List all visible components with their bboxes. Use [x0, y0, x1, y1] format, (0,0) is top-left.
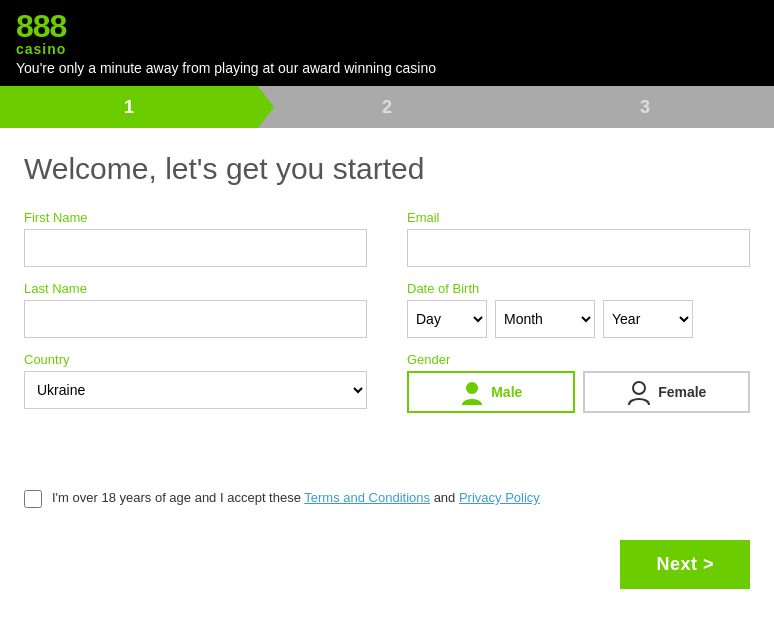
dob-row: Day 12345 678910 1112131415 1617181920 2…: [407, 300, 750, 338]
first-name-label: First Name: [24, 210, 367, 225]
gender-row: Male Female: [407, 371, 750, 413]
gender-label: Gender: [407, 352, 750, 367]
female-icon: [626, 379, 652, 405]
gender-male-option[interactable]: Male: [407, 371, 575, 413]
email-label: Email: [407, 210, 750, 225]
gender-female-label: Female: [658, 384, 706, 400]
step-3-label: 3: [640, 97, 650, 118]
last-name-group: Last Name: [24, 281, 367, 338]
step-2-arrow: [516, 86, 532, 128]
terms-row: I'm over 18 years of age and I accept th…: [24, 489, 750, 508]
svg-point-1: [633, 382, 645, 394]
country-group: Country Ukraine United States United Kin…: [24, 352, 367, 409]
next-row: Next >: [0, 540, 774, 589]
step-2-label: 2: [382, 97, 392, 118]
form-grid: First Name Last Name Country Ukraine Uni…: [24, 210, 750, 413]
privacy-policy-link[interactable]: Privacy Policy: [459, 490, 540, 505]
progress-step-2: 2: [258, 86, 516, 128]
step-1-arrow: [258, 86, 274, 128]
dob-label: Date of Birth: [407, 281, 750, 296]
svg-point-0: [466, 382, 478, 394]
terms-and: and: [430, 490, 459, 505]
logo-casino: casino: [16, 42, 758, 56]
progress-step-3: 3: [516, 86, 774, 128]
terms-text-before: I'm over 18 years of age and: [52, 490, 220, 505]
first-name-group: First Name: [24, 210, 367, 267]
progress-bar: 1 2 3: [0, 86, 774, 128]
logo: 888 casino: [16, 10, 758, 56]
progress-step-1: 1: [0, 86, 258, 128]
dob-month-select[interactable]: Month JanuaryFebruaryMarchApril MayJuneJ…: [495, 300, 595, 338]
dob-group: Date of Birth Day 12345 678910 111213141…: [407, 281, 750, 338]
next-button[interactable]: Next >: [620, 540, 750, 589]
gender-group: Gender Male Female: [407, 352, 750, 413]
email-group: Email: [407, 210, 750, 267]
welcome-title: Welcome, let's get you started: [24, 152, 750, 186]
dob-year-select[interactable]: Year 2005200019951990 1985198019751970: [603, 300, 693, 338]
male-icon: [459, 379, 485, 405]
form-left: First Name Last Name Country Ukraine Uni…: [24, 210, 367, 413]
email-input[interactable]: [407, 229, 750, 267]
gender-male-label: Male: [491, 384, 522, 400]
country-label: Country: [24, 352, 367, 367]
terms-text: I'm over 18 years of age and I accept th…: [52, 489, 540, 507]
main-content: Welcome, let's get you started First Nam…: [0, 128, 774, 429]
last-name-input[interactable]: [24, 300, 367, 338]
form-right: Email Date of Birth Day 12345 678910 111…: [407, 210, 750, 413]
last-name-label: Last Name: [24, 281, 367, 296]
gender-female-option[interactable]: Female: [583, 371, 751, 413]
header-tagline: You're only a minute away from playing a…: [16, 60, 758, 76]
dob-day-select[interactable]: Day 12345 678910 1112131415 1617181920 2…: [407, 300, 487, 338]
step-1-label: 1: [124, 97, 134, 118]
terms-accept: I accept these: [220, 490, 304, 505]
terms-checkbox[interactable]: [24, 490, 42, 508]
header: 888 casino You're only a minute away fro…: [0, 0, 774, 86]
footer-section: I'm over 18 years of age and I accept th…: [0, 489, 774, 524]
terms-conditions-link[interactable]: Terms and Conditions: [304, 490, 430, 505]
first-name-input[interactable]: [24, 229, 367, 267]
country-select[interactable]: Ukraine United States United Kingdom Ger…: [24, 371, 367, 409]
logo-numbers: 888: [16, 10, 758, 42]
